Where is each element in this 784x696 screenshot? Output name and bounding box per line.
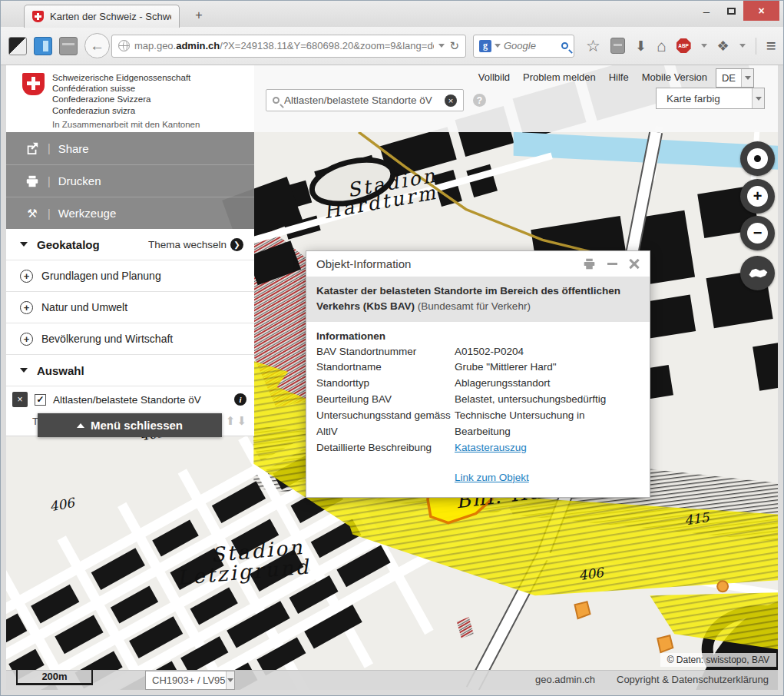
minus-icon: −: [747, 223, 768, 244]
layer-checkbox[interactable]: ✓: [35, 394, 46, 406]
sidebar-item-drucken[interactable]: | Drucken: [6, 164, 254, 197]
page-content: Stadion Hardturm Bhf. Hardbrücke Stadion…: [6, 65, 778, 690]
link-hilfe[interactable]: Hilfe: [609, 71, 629, 83]
bookmark-star-icon[interactable]: ☆: [586, 38, 600, 54]
zoom-in-button[interactable]: +: [740, 179, 775, 214]
popup-body: Informationen BAV StandortnummerA01502-P…: [306, 322, 650, 497]
web-search-bar[interactable]: g: [473, 35, 574, 58]
site-globe-icon: [118, 40, 130, 51]
google-favicon: g: [479, 40, 491, 52]
scale-bar: 200m: [16, 669, 93, 685]
minimize-button[interactable]: –: [694, 1, 719, 21]
zoom-out-button[interactable]: −: [740, 216, 775, 250]
map-style-value: Karte farbig: [657, 93, 752, 104]
default-extent-button[interactable]: [740, 256, 775, 290]
tools-icon: ⚒: [25, 207, 40, 220]
home-icon[interactable]: ⌂: [657, 38, 667, 54]
archive-addon-icon[interactable]: [59, 37, 78, 55]
menu-icon[interactable]: ≡: [766, 36, 776, 56]
auswahl-header[interactable]: Auswahl: [6, 355, 254, 386]
search-help-icon[interactable]: ?: [473, 94, 486, 107]
theme-switch-link[interactable]: Thema wechseln ❯: [148, 238, 243, 251]
object-information-popup: Objekt-Information Kataster der belastet…: [306, 250, 650, 498]
popup-header[interactable]: Objekt-Information: [306, 251, 650, 277]
reload-icon[interactable]: ↻: [449, 39, 459, 53]
footer-links: geo.admin.ch Copyright & Datenschutzerkl…: [535, 674, 769, 685]
category-label: Natur und Umwelt: [41, 301, 127, 313]
geolocate-button[interactable]: [740, 141, 775, 176]
layer-info-icon[interactable]: i: [234, 393, 246, 406]
downloads-icon[interactable]: ⬇: [635, 39, 647, 53]
menu-divider: |: [48, 142, 51, 154]
move-layer-up-icon[interactable]: ⬆: [226, 414, 236, 428]
katasterauszug-link[interactable]: Katasterauszug: [455, 442, 527, 453]
adblock-icon[interactable]: ABP: [676, 38, 691, 53]
popup-layer-title: Kataster der belasteten Standorte im Ber…: [306, 277, 650, 322]
url-dropdown-icon[interactable]: [438, 44, 445, 48]
popup-close-icon[interactable]: [629, 259, 640, 270]
arrow-circle-icon: ❯: [230, 238, 243, 251]
logo-line: Confederazione Svizzera: [52, 94, 254, 104]
map-search-icon: [273, 97, 280, 104]
crs-value: CH1903+ / LV95: [146, 674, 226, 686]
close-window-button[interactable]: ×: [743, 1, 779, 21]
logo-line: Confederaziun svizra: [52, 105, 254, 116]
popup-title: Objekt-Information: [316, 257, 583, 270]
link-mobile-version[interactable]: Mobile Version: [642, 71, 707, 83]
info-row: Detaillierte Beschreibung Katasterauszug: [316, 440, 640, 456]
move-layer-down-icon[interactable]: ⬇: [237, 414, 246, 428]
bookmarks-clipboard-icon[interactable]: [610, 38, 625, 54]
overflow-dropdown-icon[interactable]: [739, 44, 746, 48]
printer-icon: [25, 174, 40, 188]
geocatalog-panel: Geokatalog Thema wechseln ❯ + Grundlagen…: [6, 229, 254, 436]
category-grundlagen[interactable]: + Grundlagen und Planung: [6, 260, 254, 292]
sidebar-addon-icon[interactable]: [34, 37, 52, 55]
swiss-coat-of-arms-icon: [22, 73, 45, 95]
geoadmin-link[interactable]: geo.admin.ch: [535, 674, 595, 685]
web-search-input[interactable]: [504, 40, 558, 51]
sidebar-item-share[interactable]: | Share: [6, 132, 254, 164]
link-vollbild[interactable]: Vollbild: [478, 71, 510, 83]
copyright-link[interactable]: Copyright & Datenschutzerklärung: [617, 674, 769, 685]
language-select[interactable]: DE: [716, 68, 754, 88]
crs-select[interactable]: CH1903+ / LV95: [145, 671, 235, 690]
category-bevoelkerung[interactable]: + Bevölkerung und Wirtschaft: [6, 323, 254, 355]
search-engine-dropdown-icon[interactable]: [495, 44, 501, 48]
map-style-select[interactable]: Karte farbig: [656, 88, 765, 109]
swiss-flag-favicon: [32, 11, 44, 22]
clear-search-icon[interactable]: ×: [445, 94, 457, 107]
crs-dropdown-icon: [226, 671, 234, 689]
geokatalog-header[interactable]: Geokatalog Thema wechseln ❯: [6, 229, 254, 260]
map-search-input[interactable]: [284, 94, 440, 106]
back-button[interactable]: ←: [84, 33, 110, 58]
info-row: Beurteilung BAVBelastet, untersuchungsbe…: [316, 392, 640, 408]
remove-layer-button[interactable]: ×: [12, 392, 28, 407]
sidebar: | Share | Drucken ⚒ | Werkzeuge Geokatal…: [6, 132, 254, 436]
maximize-button[interactable]: [719, 1, 743, 21]
map-search-box[interactable]: ×: [266, 89, 464, 111]
layer-order-controls: ⬆ ⬇: [226, 414, 246, 428]
category-natur[interactable]: + Natur und Umwelt: [6, 292, 254, 323]
share-label: Share: [58, 142, 89, 155]
collapse-caret-icon: [20, 368, 28, 373]
menu-divider: |: [48, 175, 51, 187]
auswahl-title: Auswahl: [37, 364, 243, 377]
link-zum-objekt[interactable]: Link zum Objekt: [455, 472, 529, 483]
expand-plus-icon: +: [20, 333, 33, 346]
popup-minimize-icon[interactable]: [607, 263, 617, 265]
browser-tab[interactable]: Karten der Schweiz - Schweize...: [24, 5, 180, 28]
close-menu-button[interactable]: Menü schliessen: [38, 413, 222, 437]
locate-dot-icon: [754, 155, 761, 162]
search-icon[interactable]: [561, 42, 568, 49]
adblock-dropdown-icon[interactable]: [701, 44, 707, 48]
thumbnail-addon-icon[interactable]: [8, 37, 27, 55]
url-bar[interactable]: map.geo.admin.ch/?X=249138.11&Y=680698.2…: [111, 35, 466, 58]
new-tab-button[interactable]: +: [188, 7, 210, 24]
sidebar-item-werkzeuge[interactable]: ⚒ | Werkzeuge: [6, 197, 254, 229]
info-row: StandortnameGrube "Mittlerer Hard": [316, 360, 640, 376]
popup-print-icon[interactable]: [583, 257, 596, 270]
informationen-heading: Informationen: [316, 330, 640, 342]
map-attribution: © Daten: swisstopo, BAV: [660, 653, 776, 667]
link-problem-melden[interactable]: Problem melden: [523, 71, 596, 83]
addon-icon[interactable]: ❖: [717, 39, 729, 53]
